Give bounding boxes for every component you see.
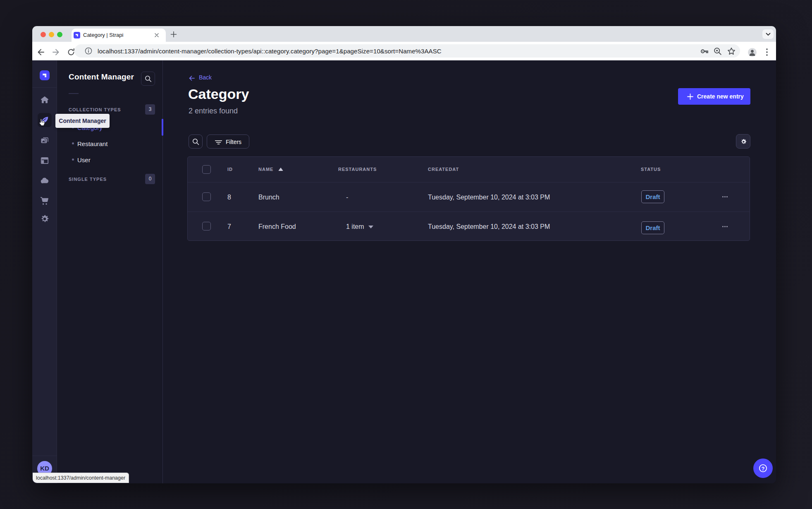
svg-text:?: ? xyxy=(762,466,765,472)
